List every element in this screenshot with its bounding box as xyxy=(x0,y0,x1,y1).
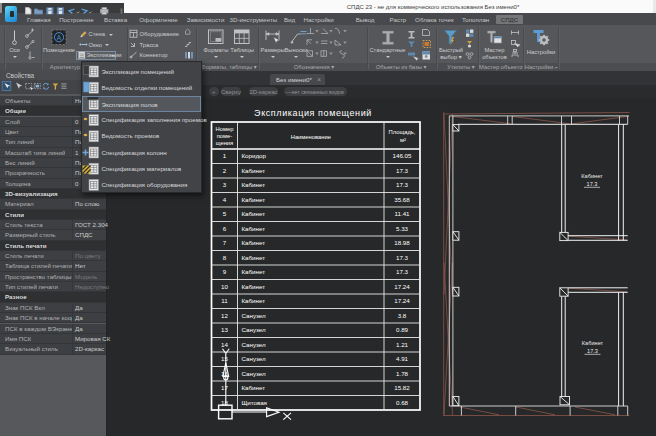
svg-text:17.24: 17.24 xyxy=(394,283,410,290)
svg-text:Щитовая: Щитовая xyxy=(242,399,267,406)
svg-text:3: 3 xyxy=(223,181,227,188)
svg-text:Кабинет: Кабинет xyxy=(242,210,266,217)
svg-text:Кабинет: Кабинет xyxy=(242,384,266,391)
svg-text:8: 8 xyxy=(223,254,227,261)
svg-text:3.8: 3.8 xyxy=(398,312,407,319)
svg-text:35.68: 35.68 xyxy=(394,196,410,203)
svg-text:10: 10 xyxy=(221,283,228,290)
svg-text:17.3: 17.3 xyxy=(396,181,409,188)
svg-text:11: 11 xyxy=(221,297,228,304)
svg-text:17.3: 17.3 xyxy=(396,254,409,261)
svg-text:Кабинет: Кабинет xyxy=(242,196,266,203)
svg-text:Санузел: Санузел xyxy=(242,312,266,319)
svg-text:18.98: 18.98 xyxy=(394,239,410,246)
svg-text:9: 9 xyxy=(223,268,227,275)
svg-text:Экспликация помещений: Экспликация помещений xyxy=(254,108,372,118)
svg-text:Кабинет: Кабинет xyxy=(242,167,266,174)
svg-text:1: 1 xyxy=(223,152,227,159)
svg-text:Кабинет: Кабинет xyxy=(242,254,266,261)
svg-text:4: 4 xyxy=(223,196,227,203)
svg-text:Кабинет: Кабинет xyxy=(242,297,266,304)
svg-text:Кабинет: Кабинет xyxy=(242,225,266,232)
svg-text:Коридор: Коридор xyxy=(242,152,267,159)
svg-text:Кабинет: Кабинет xyxy=(582,340,604,346)
svg-text:A: A xyxy=(57,34,62,41)
svg-text:17.3: 17.3 xyxy=(396,167,409,174)
svg-text:5.33: 5.33 xyxy=(396,225,409,232)
svg-text:поме-: поме- xyxy=(217,133,233,139)
svg-text:6: 6 xyxy=(223,225,227,232)
svg-text:Санузел: Санузел xyxy=(242,341,266,348)
svg-text:1.78: 1.78 xyxy=(396,370,409,377)
svg-text:2: 2 xyxy=(223,167,227,174)
svg-text:1.21: 1.21 xyxy=(396,341,409,348)
svg-text:146.05: 146.05 xyxy=(393,152,412,159)
svg-text:щения: щения xyxy=(216,140,234,146)
svg-text:Наименование: Наименование xyxy=(291,134,331,140)
svg-text:Кабинет: Кабинет xyxy=(242,268,266,275)
svg-text:17: 17 xyxy=(221,384,228,391)
svg-text:Номер: Номер xyxy=(216,126,234,132)
svg-text:Санузел: Санузел xyxy=(242,370,266,377)
svg-text:7: 7 xyxy=(223,239,227,246)
svg-text:14: 14 xyxy=(221,341,228,348)
svg-text:17.3: 17.3 xyxy=(587,181,598,187)
svg-text:Кабинет: Кабинет xyxy=(581,173,603,179)
svg-text:Кабинет: Кабинет xyxy=(242,283,266,290)
svg-text:Площадь,: Площадь, xyxy=(389,129,416,135)
svg-text:11.41: 11.41 xyxy=(394,210,410,217)
svg-text:0.89: 0.89 xyxy=(396,326,409,333)
svg-text:5: 5 xyxy=(223,210,227,217)
svg-text:Кабинет: Кабинет xyxy=(242,239,266,246)
svg-text:13: 13 xyxy=(221,326,228,333)
svg-text:17.3: 17.3 xyxy=(587,348,598,354)
svg-text:15.82: 15.82 xyxy=(394,384,410,391)
svg-text:4.91: 4.91 xyxy=(396,355,409,362)
svg-text:17.24: 17.24 xyxy=(394,297,410,304)
svg-text:м²: м² xyxy=(400,137,406,143)
svg-text:12: 12 xyxy=(221,312,228,319)
svg-text:Кабинет: Кабинет xyxy=(242,181,266,188)
svg-text:0.68: 0.68 xyxy=(396,399,409,406)
svg-text:Санузел: Санузел xyxy=(242,355,266,362)
svg-text:Санузел: Санузел xyxy=(242,326,266,333)
svg-text:15: 15 xyxy=(221,355,228,362)
svg-text:17.3: 17.3 xyxy=(396,268,409,275)
